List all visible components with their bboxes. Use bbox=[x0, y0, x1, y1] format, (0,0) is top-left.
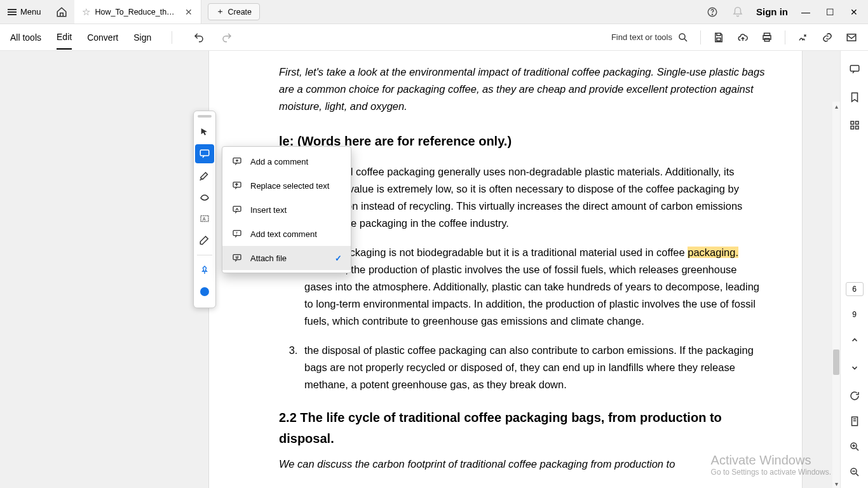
chevron-down-icon bbox=[850, 363, 859, 372]
color-picker[interactable] bbox=[195, 282, 214, 301]
hamburger-icon bbox=[8, 11, 17, 13]
comment-tool[interactable] bbox=[195, 144, 214, 163]
section-intro: We can discuss the carbon footprint of t… bbox=[279, 456, 765, 473]
zoom-in-button[interactable] bbox=[848, 440, 862, 454]
ctx-label: Replace selected text bbox=[250, 181, 329, 191]
signin-button[interactable]: Sign in bbox=[756, 6, 788, 17]
page-total: 9 bbox=[852, 310, 857, 319]
close-window-button[interactable]: ✕ bbox=[848, 7, 860, 17]
document-tab[interactable]: ☆ How_To_Reduce_the_C... ✕ bbox=[74, 0, 201, 24]
textbox-tool[interactable]: A bbox=[195, 209, 214, 228]
home-button[interactable] bbox=[49, 0, 74, 24]
home-icon bbox=[56, 6, 67, 18]
eraser-tool[interactable] bbox=[195, 231, 214, 250]
print-button[interactable] bbox=[761, 31, 773, 44]
freeform-icon bbox=[199, 191, 210, 203]
page-fit-button[interactable] bbox=[848, 414, 862, 428]
ctx-label: Insert text bbox=[250, 205, 287, 215]
star-icon: ☆ bbox=[82, 6, 90, 18]
svg-rect-21 bbox=[855, 126, 858, 130]
page-icon bbox=[849, 416, 860, 427]
highlight-tool[interactable] bbox=[195, 166, 214, 185]
textbox-icon: A bbox=[199, 213, 210, 224]
svg-rect-17 bbox=[850, 65, 859, 71]
create-button[interactable]: ＋ Create bbox=[208, 3, 261, 20]
thumbnails-button[interactable] bbox=[848, 118, 862, 132]
highlighter-icon bbox=[199, 170, 210, 181]
ctx-replace-text[interactable]: Replace selected text bbox=[222, 173, 351, 198]
undo-button[interactable] bbox=[193, 31, 205, 44]
replace-icon bbox=[231, 180, 243, 191]
annotation-toolbar[interactable]: A bbox=[193, 111, 216, 308]
minimize-button[interactable]: — bbox=[799, 7, 812, 17]
page-number-input[interactable]: 6 bbox=[846, 282, 864, 296]
ctx-add-comment[interactable]: Add a comment bbox=[222, 149, 351, 173]
list-item: Plastic packaging is not biodegradable b… bbox=[301, 244, 765, 330]
bookmarks-button[interactable] bbox=[848, 90, 862, 104]
ctx-insert-text[interactable]: Insert text bbox=[222, 198, 351, 222]
create-label: Create bbox=[228, 8, 252, 17]
undo-icon bbox=[193, 32, 205, 43]
plus-icon: ＋ bbox=[216, 6, 224, 17]
link-icon bbox=[822, 32, 833, 43]
zoom-out-icon bbox=[849, 466, 860, 478]
pen-icon bbox=[199, 234, 210, 246]
save-icon bbox=[713, 32, 724, 43]
list-item: Traditional coffee packaging generally u… bbox=[301, 163, 765, 233]
svg-rect-16 bbox=[233, 255, 241, 260]
scroll-thumb[interactable] bbox=[833, 349, 839, 375]
maximize-button[interactable]: ☐ bbox=[824, 7, 836, 17]
cloud-upload-icon bbox=[737, 32, 749, 43]
cursor-icon bbox=[200, 127, 210, 137]
svg-rect-3 bbox=[717, 37, 721, 41]
scroll-down-button[interactable]: ▾ bbox=[832, 479, 840, 488]
signature-button[interactable] bbox=[797, 31, 810, 44]
redo-button[interactable] bbox=[220, 31, 233, 44]
draw-tool[interactable] bbox=[195, 187, 214, 207]
ctx-attach-file[interactable]: Attach file ✓ bbox=[222, 246, 351, 270]
vertical-scrollbar[interactable]: ▴ ▾ bbox=[832, 102, 840, 488]
menu-button[interactable]: Menu bbox=[0, 0, 49, 24]
zoom-in-icon bbox=[849, 441, 860, 452]
share-email-button[interactable] bbox=[845, 31, 858, 44]
all-tools-button[interactable]: All tools bbox=[10, 26, 41, 49]
chevron-up-icon bbox=[850, 336, 859, 344]
rotate-button[interactable] bbox=[848, 389, 862, 403]
find-button[interactable]: Find text or tools bbox=[611, 32, 689, 43]
link-button[interactable] bbox=[821, 31, 834, 44]
svg-point-1 bbox=[712, 14, 712, 15]
convert-button[interactable]: Convert bbox=[87, 26, 118, 49]
page-up-button[interactable] bbox=[848, 333, 862, 347]
grid-icon bbox=[849, 119, 860, 131]
bell-icon bbox=[732, 6, 743, 18]
help-button[interactable] bbox=[705, 5, 719, 19]
ctx-label: Add text comment bbox=[250, 229, 317, 239]
titlebar-right: Sign in — ☐ ✕ bbox=[705, 0, 868, 24]
sign-button[interactable]: Sign bbox=[133, 26, 151, 49]
text-comment-icon: T bbox=[231, 228, 243, 240]
svg-point-2 bbox=[679, 34, 685, 39]
notifications-button[interactable] bbox=[731, 5, 745, 19]
scroll-up-button[interactable]: ▴ bbox=[832, 102, 840, 111]
zoom-out-button[interactable] bbox=[848, 465, 862, 479]
page-down-button[interactable] bbox=[848, 361, 862, 375]
check-icon: ✓ bbox=[335, 254, 342, 263]
pin-tool[interactable] bbox=[195, 261, 214, 280]
svg-rect-19 bbox=[855, 121, 858, 125]
help-icon bbox=[707, 6, 718, 18]
attach-file-icon bbox=[231, 252, 243, 264]
drag-handle[interactable] bbox=[198, 115, 212, 118]
tab-close-button[interactable]: ✕ bbox=[183, 7, 194, 17]
edit-button[interactable]: Edit bbox=[57, 25, 72, 50]
redo-icon bbox=[221, 32, 233, 43]
svg-text:T: T bbox=[236, 231, 238, 235]
select-tool[interactable] bbox=[195, 123, 214, 142]
section-heading: 2.2 The life cycle of traditional coffee… bbox=[279, 407, 765, 449]
svg-rect-8 bbox=[200, 150, 209, 156]
add-comment-icon bbox=[231, 156, 243, 167]
highlighted-text[interactable]: packaging. bbox=[688, 247, 738, 258]
cloud-button[interactable] bbox=[736, 31, 749, 44]
save-button[interactable] bbox=[712, 31, 725, 44]
ctx-add-text-comment[interactable]: T Add text comment bbox=[222, 222, 351, 246]
comments-panel-button[interactable] bbox=[848, 62, 862, 76]
